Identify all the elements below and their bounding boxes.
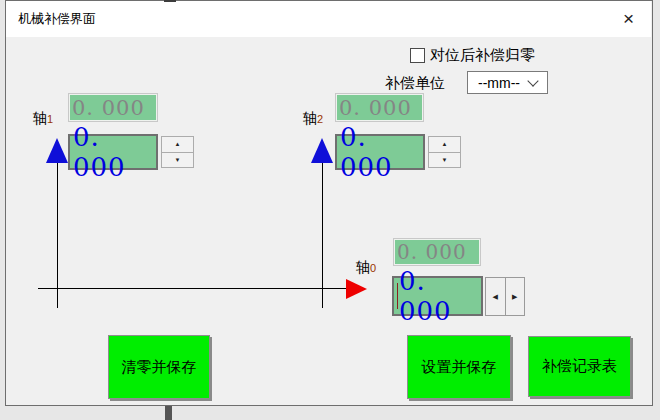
axis2-spin-down-button[interactable]: ▼ — [428, 152, 461, 169]
axis0-spinner: ◀ ▶ — [485, 277, 525, 316]
compensation-record-table-label: 补偿记录表 — [542, 357, 617, 376]
axis0-name: 轴 — [356, 259, 370, 275]
axis1-name: 轴 — [33, 110, 47, 126]
axis0-number: 0 — [370, 262, 376, 274]
compensation-unit-label: 补偿单位 — [385, 74, 445, 93]
arrow-down-icon: ▼ — [175, 157, 181, 163]
axis2-spinner: ▲ ▼ — [428, 136, 461, 168]
axis0-lower-value: 0. 000 — [399, 266, 481, 326]
axis0-upper-value-field[interactable]: 0. 000 — [393, 238, 481, 266]
axis1-spin-up-button[interactable]: ▲ — [161, 136, 194, 153]
axis2-upper-value-field[interactable]: 0. 000 — [335, 93, 424, 122]
axis2-spin-up-button[interactable]: ▲ — [428, 136, 461, 153]
axis1-spin-down-button[interactable]: ▼ — [161, 152, 194, 169]
zero-after-align-label: 对位后补偿归零 — [430, 46, 535, 65]
axis1-line — [57, 163, 58, 308]
clear-and-save-label: 清零并保存 — [122, 358, 197, 377]
arrow-right-icon: ▶ — [512, 293, 517, 301]
axis1-upper-value: 0. 000 — [72, 96, 145, 120]
window-title: 机械补偿界面 — [18, 10, 96, 28]
axis2-label: 轴2 — [303, 110, 323, 128]
axis1-upper-value-field[interactable]: 0. 000 — [68, 93, 158, 122]
close-button[interactable]: × — [606, 1, 651, 36]
arrow-down-icon: ▼ — [442, 157, 448, 163]
unit-dropdown-value: --mm-- — [468, 75, 529, 91]
axis1-arrow-up-icon — [46, 138, 68, 163]
axis1-number: 1 — [47, 113, 53, 125]
axis0-spin-right-button[interactable]: ▶ — [505, 277, 526, 316]
axis2-name: 轴 — [303, 110, 317, 126]
background-window-edge — [164, 0, 176, 2]
zero-after-align-checkbox[interactable] — [410, 48, 425, 63]
axis0-label: 轴0 — [356, 259, 376, 277]
arrow-left-icon: ◀ — [493, 293, 498, 301]
axis2-upper-value: 0. 000 — [339, 96, 412, 120]
text-caret — [397, 283, 398, 309]
arrow-up-icon: ▲ — [175, 141, 181, 147]
set-and-save-button[interactable]: 设置并保存 — [407, 335, 511, 399]
axis2-arrow-up-icon — [311, 138, 333, 163]
axis1-lower-value: 0. 000 — [73, 122, 156, 182]
axis2-number: 2 — [317, 113, 323, 125]
chevron-down-icon — [527, 75, 538, 86]
axis1-lower-value-field[interactable]: 0. 000 — [68, 134, 158, 170]
axis2-line — [322, 163, 323, 308]
axis1-spinner: ▲ ▼ — [161, 136, 194, 168]
axis2-lower-value-field[interactable]: 0. 000 — [335, 134, 425, 170]
clear-and-save-button[interactable]: 清零并保存 — [108, 335, 210, 399]
axis2-lower-value: 0. 000 — [340, 122, 423, 182]
arrow-up-icon: ▲ — [442, 141, 448, 147]
background-window-edge — [165, 406, 172, 420]
unit-dropdown[interactable]: --mm-- — [467, 71, 548, 94]
axis1-label: 轴1 — [33, 110, 53, 128]
axis0-upper-value: 0. 000 — [397, 240, 467, 264]
titlebar[interactable] — [6, 1, 651, 37]
axis0-arrow-right-icon — [346, 279, 367, 299]
axis0-line — [38, 288, 347, 289]
close-icon: × — [623, 8, 634, 30]
axis0-spin-left-button[interactable]: ◀ — [485, 277, 506, 316]
compensation-record-table-button[interactable]: 补偿记录表 — [528, 336, 631, 397]
screen: 机械补偿界面 × 对位后补偿归零 补偿单位 --mm-- 轴1 0. 000 0… — [0, 0, 660, 420]
set-and-save-label: 设置并保存 — [422, 358, 497, 377]
axis0-lower-value-field[interactable]: 0. 000 — [392, 276, 483, 316]
